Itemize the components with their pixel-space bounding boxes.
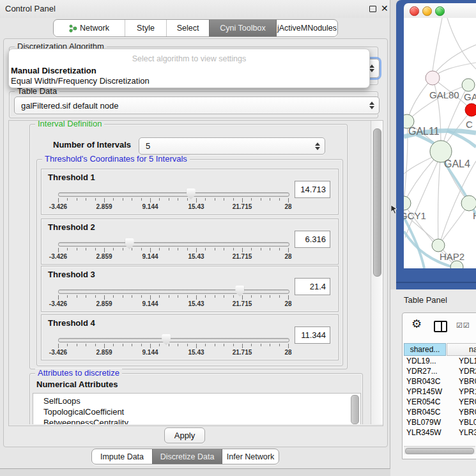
network-canvas[interactable]: GAL80GACGAL11GAL4GCY1HHAP2 [404, 18, 476, 268]
table-data-value: galFiltered.sif default node [21, 101, 118, 111]
threshold-2-panel: Threshold 2 -3.4262.8599.14415.4321.7152… [41, 219, 339, 265]
threshold-1-panel: Threshold 1 -3.4262.8599.14415.4321.7152… [41, 169, 339, 215]
tick-label: 21.715 [233, 349, 252, 356]
network-node-gcy1[interactable] [404, 196, 411, 210]
network-icon [69, 24, 77, 33]
mouse-cursor-icon [390, 204, 399, 215]
tab-style[interactable]: Style [125, 20, 166, 36]
table-row[interactable]: YER054CYER0 [404, 397, 476, 408]
network-window-titlebar[interactable] [404, 3, 476, 19]
chevron-updown-icon [369, 102, 374, 109]
threshold-slider-track[interactable] [58, 289, 289, 294]
tick-mark [132, 295, 132, 298]
tick-label: 9.144 [142, 253, 158, 260]
numerical-attributes-label: Numerical Attributes [36, 380, 118, 389]
float-window-icon[interactable] [369, 6, 376, 12]
tab-infer-network[interactable]: Infer Network [222, 449, 279, 464]
threshold-value-field[interactable]: 21.4 [295, 278, 330, 295]
tick-mark [251, 248, 252, 250]
node-label: C [466, 119, 473, 130]
table-row[interactable]: YPR145WYPR1 [404, 387, 476, 397]
tab-discretize-data[interactable]: Discretize Data [152, 449, 222, 464]
cell-name: YER0 [459, 397, 476, 406]
network-node-gal80[interactable] [426, 71, 440, 85]
tick-mark [233, 248, 234, 250]
tab-select[interactable]: Select [166, 20, 209, 36]
attribute-item[interactable]: BetweennessCentrality [33, 417, 360, 424]
tick-mark [233, 198, 234, 201]
list-scrollbar[interactable] [351, 395, 359, 424]
table-row[interactable]: YBL079WYBL0 [404, 418, 476, 428]
tick-mark [178, 344, 178, 346]
tick-mark [279, 344, 280, 346]
node-label: GA [464, 91, 476, 102]
table-row[interactable]: YDL19...YDL1 [404, 357, 476, 367]
threshold-slider-track[interactable] [58, 338, 289, 342]
tick-mark [224, 198, 224, 201]
tick-mark [196, 344, 197, 348]
tab-jactivemnodules[interactable]: jActiveMNodules [276, 20, 337, 36]
tab-impute-data[interactable]: Impute Data [92, 449, 152, 464]
column-header-shared[interactable]: shared... [404, 343, 446, 356]
select-columns-checkboxes-icon[interactable]: ☑☑ [456, 321, 470, 330]
threshold-value-field[interactable]: 6.316 [295, 231, 330, 248]
tick-label: 9.144 [142, 300, 158, 307]
node-label: H [473, 210, 476, 221]
zoom-traffic-light-icon[interactable] [435, 6, 445, 16]
close-icon[interactable]: ✕ [381, 3, 388, 13]
tick-mark [95, 198, 96, 201]
table-data-group-title: Table Data [15, 87, 59, 96]
network-node-c[interactable] [465, 104, 476, 116]
network-node-ga[interactable] [462, 79, 475, 91]
attribute-item[interactable]: TopologicalCoefficient [33, 406, 360, 417]
tick-mark [224, 295, 224, 298]
close-traffic-light-icon[interactable] [410, 6, 419, 16]
horizontal-scrollbar[interactable] [404, 446, 475, 454]
slider-tick-labels: -3.4262.8599.14415.4321.71528 [58, 300, 288, 308]
coords-group: Threshold's Coordinates for 5 Intervals … [36, 159, 343, 366]
tick-mark [242, 248, 243, 252]
threshold-value-field[interactable]: 14.713 [295, 181, 330, 198]
column-header-name[interactable]: na [447, 343, 476, 356]
tick-mark [178, 295, 178, 298]
minimize-traffic-light-icon[interactable] [422, 6, 432, 16]
threshold-value-field[interactable]: 11.344 [295, 326, 330, 344]
threshold-slider-track[interactable] [58, 192, 289, 197]
horizontal-scrollbar-thumb[interactable] [405, 448, 474, 454]
table-panel-window: ⚙ ☑☑ shared... na YDL19...YDL1YDR27...YD… [402, 312, 476, 459]
popup-option-manual-discretization[interactable]: Manual Discretization [11, 66, 96, 75]
tick-mark [169, 295, 169, 298]
gear-icon[interactable]: ⚙ [411, 318, 422, 330]
cell-shared-name: YDL19... [406, 357, 436, 365]
table-row[interactable]: YLR345WYLR3 [404, 428, 476, 438]
table-panel-title: Table Panel [404, 295, 447, 305]
tab-cyni-toolbox[interactable]: Cyni Toolbox [209, 20, 276, 36]
tab-label: Discretize Data [160, 452, 215, 461]
cell-shared-name: YBR045C [406, 408, 440, 417]
tick-label: 2.859 [96, 349, 112, 356]
network-node-hap2[interactable] [432, 239, 445, 252]
popup-option-equal-width[interactable]: Equal Width/Frequency Discretization [11, 76, 150, 86]
tick-mark [187, 198, 188, 201]
tab-network[interactable]: Network [54, 20, 125, 36]
numerical-attributes-list[interactable]: SelfLoopsTopologicalCoefficientBetweenne… [33, 393, 361, 424]
node-label: HAP2 [440, 251, 464, 262]
vertical-scrollbar-thumb[interactable] [373, 128, 381, 277]
tick-mark [215, 248, 215, 250]
table-row[interactable]: YBR043CYBR0 [404, 377, 476, 387]
apply-button[interactable]: Apply [164, 427, 205, 443]
tick-mark [86, 248, 86, 250]
attribute-item[interactable]: SelfLoops [33, 394, 360, 406]
table-row[interactable]: YBR045CYBR0 [404, 408, 476, 418]
split-columns-icon[interactable] [434, 321, 447, 332]
table-row[interactable]: YDR27...YDR2 [404, 367, 476, 377]
threshold-slider-track[interactable] [58, 242, 289, 247]
tick-mark [113, 198, 114, 201]
table-data-select[interactable]: galFiltered.sif default node [14, 96, 380, 114]
vertical-scrollbar[interactable] [371, 121, 383, 424]
number-of-intervals-select[interactable]: 5 [139, 137, 325, 155]
network-edge [439, 204, 469, 245]
network-edge [405, 155, 441, 238]
table-row[interactable]: YIL052CYIL0 [404, 438, 476, 440]
network-node-h[interactable] [461, 196, 476, 211]
